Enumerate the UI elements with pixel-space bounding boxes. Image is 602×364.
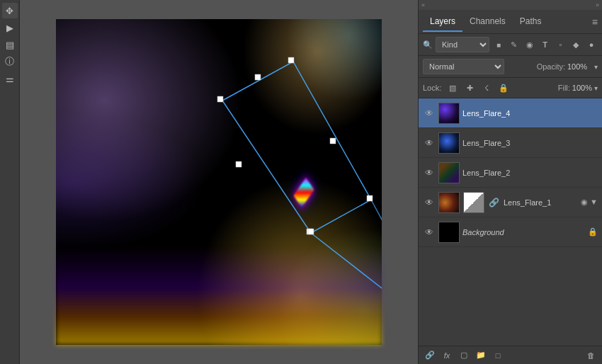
opacity-value[interactable]: 100% [567, 62, 592, 71]
layer-item-lens-flare-3[interactable]: 👁 Lens_Flare_3 [419, 128, 602, 158]
rainbow-bottom [56, 203, 382, 345]
options-tool[interactable]: ▤ [2, 37, 18, 52]
new-group-button[interactable]: 📁 [474, 348, 488, 363]
left-toolbar: ✥ ▶ ▤ ⓘ ⚌ [0, 0, 20, 364]
panel-collapse-top: « » [419, 0, 602, 10]
canvas-area [20, 0, 418, 364]
smart-icon[interactable]: ◆ [569, 38, 582, 52]
blend-row: Normal Multiply Screen Overlay Opacity: … [419, 56, 602, 78]
delete-layer-button[interactable]: 🗑 [584, 348, 598, 363]
visibility-toggle-background[interactable]: 👁 [423, 226, 436, 239]
layer-extra-lens-flare-1[interactable]: ◉ ▼ [581, 198, 598, 207]
fill-value[interactable]: 100% [572, 84, 592, 92]
layer-name-lens-flare-2: Lens_Flare_2 [462, 169, 598, 177]
layer-thumb-lens-flare-4 [438, 103, 460, 124]
lock-position-icon[interactable]: ✚ [462, 81, 477, 95]
tab-layers[interactable]: Layers [423, 12, 462, 32]
layer-thumb-lens-flare-2 [438, 162, 460, 183]
lock-label: Lock: [423, 84, 441, 92]
visibility-toggle-lens-flare-1[interactable]: 👁 [423, 196, 436, 209]
lock-icons: ▧ ✚ ☇ 🔒 [445, 81, 511, 95]
lock-artboard-icon[interactable]: ☇ [479, 81, 494, 95]
layer-link-icon[interactable]: 🔗 [487, 198, 501, 207]
layer-item-background[interactable]: 👁 Background 🔒 [419, 217, 602, 247]
opacity-label: Opacity: [537, 62, 565, 71]
layer-thumb-lens-flare-1 [438, 192, 460, 213]
layer-name-lens-flare-3: Lens_Flare_3 [462, 139, 598, 147]
move-tool[interactable]: ✥ [2, 3, 18, 18]
add-mask-button[interactable]: ▢ [457, 348, 471, 363]
fx-button[interactable]: fx [440, 348, 454, 363]
circle-icon[interactable]: ◉ [523, 38, 536, 52]
canvas-image[interactable] [56, 19, 382, 345]
lock-row: Lock: ▧ ✚ ☇ 🔒 Fill: 100% ▾ [419, 78, 602, 98]
lock-pixel-icon[interactable]: ▧ [445, 81, 460, 95]
fill-label: Fill: [558, 84, 570, 92]
info-tool[interactable]: ⓘ [2, 54, 18, 69]
layer-mask-lens-flare-1 [463, 192, 484, 213]
layer-item-lens-flare-2[interactable]: 👁 Lens_Flare_2 [419, 158, 602, 188]
tab-paths[interactable]: Paths [513, 12, 549, 32]
pixel-icon[interactable]: ■ [492, 38, 505, 52]
tab-channels[interactable]: Channels [462, 12, 513, 32]
kind-select[interactable]: Kind [436, 37, 489, 52]
collapse-left-arrow[interactable]: « [421, 1, 425, 8]
blend-mode-select[interactable]: Normal Multiply Screen Overlay [423, 59, 504, 74]
layers-bottom: 🔗 fx ▢ 📁 □ 🗑 [419, 346, 602, 364]
layer-name-lens-flare-1: Lens_Flare_1 [504, 198, 578, 207]
fill-row: Fill: 100% ▾ [558, 84, 598, 92]
layers-list: 👁 Lens_Flare_4 👁 Lens_Flare_3 👁 Lens_Fla… [419, 98, 602, 346]
layer-thumb-lens-flare-3 [438, 132, 460, 154]
new-layer-button[interactable]: □ [491, 348, 505, 363]
kind-label: 🔍 [423, 40, 433, 50]
extra-icon[interactable]: ● [585, 38, 598, 52]
canvas-wrapper [56, 19, 382, 345]
brush-icon[interactable]: ✎ [508, 38, 521, 52]
layer-item-lens-flare-1[interactable]: 👁 🔗 Lens_Flare_1 ◉ ▼ [419, 188, 602, 217]
link-layers-button[interactable]: 🔗 [423, 348, 437, 363]
layer-tool[interactable]: ⚌ [2, 71, 18, 86]
lock-all-icon[interactable]: 🔒 [496, 81, 511, 95]
type-icon[interactable]: T [539, 38, 552, 52]
panel-menu-button[interactable]: ≡ [592, 16, 598, 28]
visibility-toggle-lens-flare-3[interactable]: 👁 [423, 137, 436, 149]
fill-arrow[interactable]: ▾ [594, 84, 598, 92]
collapse-right-arrow[interactable]: » [596, 1, 599, 8]
layer-name-background: Background [462, 228, 585, 237]
select-tool[interactable]: ▶ [2, 20, 18, 35]
layer-item-lens-flare-4[interactable]: 👁 Lens_Flare_4 [419, 98, 602, 128]
kind-row: 🔍 Kind ■ ✎ ◉ T ▫ ◆ ● [419, 34, 602, 56]
panel-tabs: Layers Channels Paths ≡ [419, 10, 602, 34]
opacity-arrow[interactable]: ▾ [594, 63, 598, 71]
layer-thumb-background [438, 222, 460, 243]
layer-name-lens-flare-4: Lens_Flare_4 [462, 109, 598, 118]
vector-icon[interactable]: ▫ [554, 38, 567, 52]
layer-lock-background: 🔒 [588, 227, 598, 237]
opacity-row: Opacity: 100% ▾ [537, 62, 598, 71]
right-panel: « » Layers Channels Paths ≡ 🔍 Kind ■ ✎ ◉… [418, 0, 602, 364]
visibility-toggle-lens-flare-2[interactable]: 👁 [423, 166, 436, 179]
visibility-toggle-lens-flare-4[interactable]: 👁 [423, 107, 436, 120]
